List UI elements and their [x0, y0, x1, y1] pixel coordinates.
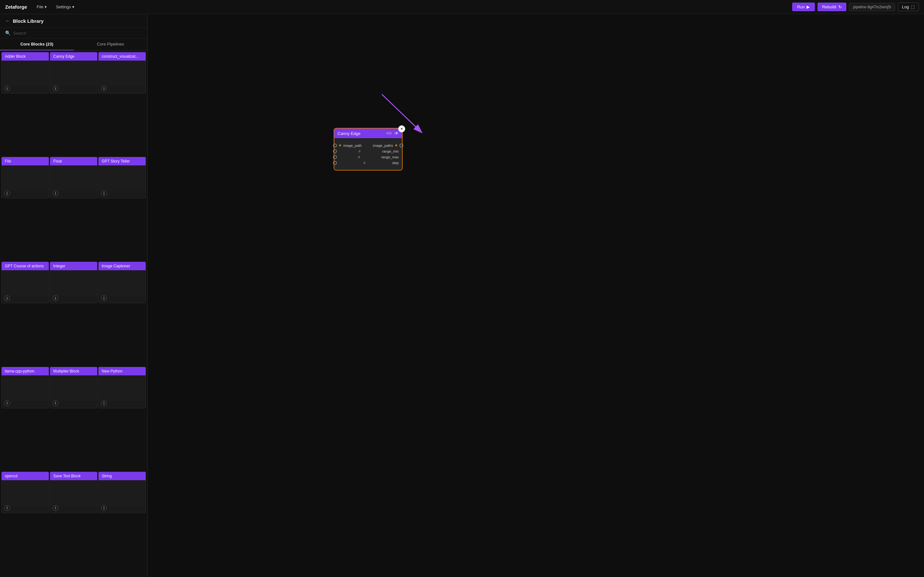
refresh-icon: ↻ [838, 5, 842, 9]
block-footer: ℹ [53, 85, 58, 91]
block-body [99, 165, 145, 191]
block-body [99, 270, 145, 296]
block-card-file[interactable]: File ℹ [1, 157, 49, 198]
hash-icon-range-min: # [359, 149, 360, 153]
info-icon[interactable]: ℹ [4, 190, 10, 196]
file-menu[interactable]: File ▾ [33, 3, 50, 11]
main-layout: ← Block Library 🔍 Core Blocks (23) Core … [0, 14, 924, 577]
port-dot-right-image-paths [399, 143, 403, 147]
info-icon[interactable]: ℹ [4, 400, 10, 406]
search-bar: 🔍 [0, 28, 147, 39]
block-header: GPT Course of actions [2, 262, 49, 270]
hash-icon-step: # [363, 161, 365, 165]
port-dot-range-min [333, 149, 337, 153]
block-footer: ℹ [101, 190, 107, 196]
block-header: String [99, 472, 145, 480]
sidebar-title: Block Library [13, 18, 44, 24]
block-card-llama[interactable]: llama-cpp-python ℹ [1, 367, 49, 408]
run-button[interactable]: Run ▶ [792, 3, 815, 11]
block-header: Multiplier Block [50, 367, 97, 376]
block-card-gpt-course[interactable]: GPT Course of actions ℹ [1, 261, 49, 303]
block-body [50, 376, 97, 401]
log-label: Log [902, 5, 909, 9]
sidebar-header: ← Block Library [0, 14, 147, 28]
info-icon[interactable]: ℹ [4, 505, 10, 511]
run-label: Run [797, 5, 805, 9]
node-close-button[interactable]: × [398, 125, 405, 132]
info-icon[interactable]: ℹ [53, 190, 58, 196]
settings-label: Settings [56, 5, 71, 9]
block-card-integer[interactable]: Integer ℹ [50, 261, 97, 303]
block-card-image-captioner[interactable]: Image Captioner ℹ [98, 261, 146, 303]
block-footer: ℹ [53, 190, 58, 196]
block-card-multiplier[interactable]: Multiplier Block ℹ [50, 367, 97, 408]
block-card-gpt-story[interactable]: GPT Story Teller ℹ [98, 157, 146, 198]
info-icon[interactable]: ℹ [101, 295, 107, 301]
block-footer: ℹ [4, 295, 10, 301]
port-row-step: # step [333, 161, 399, 165]
pipeline-canvas[interactable]: × Canny Edge </> 👁 ★ image_path [148, 14, 924, 577]
block-footer: ℹ [53, 295, 58, 301]
port-dot-left-image-path [333, 143, 337, 147]
block-card-canny[interactable]: Canny Edge ℹ [50, 52, 97, 93]
settings-chevron-icon: ▾ [72, 5, 74, 9]
eye-icon[interactable]: 👁 [394, 131, 399, 136]
port-row-range-max: # range_max [333, 155, 399, 159]
tab-bar: Core Blocks (23) Core Pipelines [0, 39, 147, 51]
block-footer: ℹ [101, 400, 107, 406]
port-label-image-paths: image_paths [373, 143, 393, 147]
brand-label: Zetaforge [5, 4, 27, 10]
info-icon[interactable]: ℹ [53, 400, 58, 406]
log-button[interactable]: Log ⬚ [898, 3, 919, 11]
block-library-sidebar: ← Block Library 🔍 Core Blocks (23) Core … [0, 14, 148, 577]
block-footer: ℹ [53, 400, 58, 406]
block-body [50, 61, 97, 86]
info-icon[interactable]: ℹ [53, 505, 58, 511]
block-card-float[interactable]: Float ℹ [50, 157, 97, 198]
rebuild-button[interactable]: Rebuild ↻ [817, 3, 846, 11]
search-icon: 🔍 [5, 31, 11, 35]
block-grid: Adder Block ℹ Canny Edge ℹ construct_vis… [0, 51, 147, 577]
star-icon-left: ★ [338, 143, 342, 147]
canny-edge-node[interactable]: × Canny Edge </> 👁 ★ image_path [334, 128, 403, 171]
block-header: Image Captioner [99, 262, 145, 270]
block-header: Integer [50, 262, 97, 270]
block-footer: ℹ [101, 295, 107, 301]
block-card-opencd[interactable]: opencd ℹ [1, 472, 49, 513]
hash-icon-range-max: # [358, 155, 360, 159]
info-icon[interactable]: ℹ [4, 295, 10, 301]
block-body [2, 270, 49, 296]
search-input[interactable] [13, 31, 142, 35]
tab-core-pipelines[interactable]: Core Pipelines [74, 39, 148, 50]
block-card-save-text[interactable]: Save Text Block ℹ [50, 472, 97, 513]
block-footer: ℹ [4, 505, 10, 511]
block-body [2, 61, 49, 86]
block-body [99, 61, 145, 86]
block-header: llama-cpp-python [2, 367, 49, 376]
back-button[interactable]: ← [5, 18, 10, 24]
block-body [50, 480, 97, 506]
settings-menu[interactable]: Settings ▾ [53, 3, 78, 11]
file-chevron-icon: ▾ [45, 5, 47, 9]
block-card-string[interactable]: String ℹ [98, 472, 146, 513]
block-card-adder[interactable]: Adder Block ℹ [1, 52, 49, 93]
code-icon[interactable]: </> [386, 131, 392, 135]
block-header: GPT Story Teller [99, 157, 145, 165]
tab-core-blocks[interactable]: Core Blocks (23) [0, 39, 74, 50]
info-icon[interactable]: ℹ [53, 85, 58, 91]
port-dot-step [333, 161, 337, 165]
terminal-icon: ⬚ [911, 5, 915, 9]
block-header: Float [50, 157, 97, 165]
node-header-icons: </> 👁 [386, 131, 399, 136]
block-header: Adder Block [2, 52, 49, 61]
info-icon[interactable]: ℹ [101, 505, 107, 511]
info-icon[interactable]: ℹ [4, 85, 10, 91]
info-icon[interactable]: ℹ [101, 400, 107, 406]
info-icon[interactable]: ℹ [101, 190, 107, 196]
info-icon[interactable]: ℹ [53, 295, 58, 301]
info-icon[interactable]: ℹ [101, 85, 107, 91]
port-label-range-max: range_max [381, 155, 399, 159]
block-card-new-python[interactable]: New Python ℹ [98, 367, 146, 408]
rebuild-label: Rebuild [822, 5, 836, 9]
block-card-construct[interactable]: construct_visualizat... ℹ [98, 52, 146, 93]
